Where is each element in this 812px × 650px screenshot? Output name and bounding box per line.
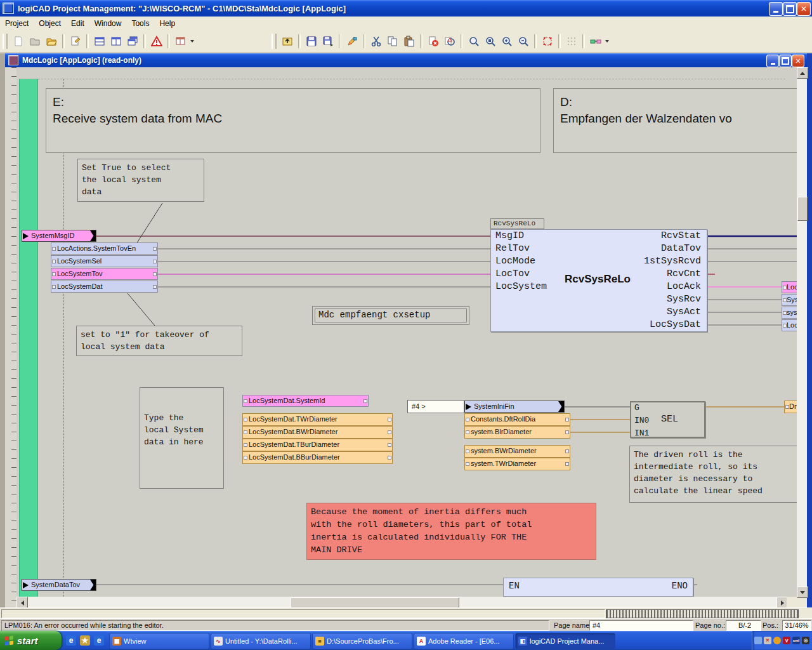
block-eno-pin: ENO	[672, 580, 688, 592]
save-icon[interactable]	[303, 33, 320, 50]
scroll-up-button[interactable]	[797, 67, 808, 79]
doc-restore-button[interactable]	[779, 55, 792, 67]
comment-inertia[interactable]: Because the moment of inertia differs mu…	[306, 503, 596, 560]
copy-icon[interactable]	[384, 33, 401, 50]
horizontal-scroll-thumb[interactable]	[291, 597, 459, 608]
zoom-out-icon[interactable]	[515, 33, 532, 50]
tag-system-msgid[interactable]: SystemMsgID	[22, 230, 96, 242]
menu-help[interactable]: Help	[154, 17, 180, 30]
task-untitled[interactable]: ∿ Untitled - Y:\DataRolli...	[211, 633, 311, 649]
start-button[interactable]: start	[0, 631, 62, 650]
page-header-e[interactable]: E: Receive system data from MAC	[46, 88, 540, 153]
block-en-eno[interactable]: EN ENO	[503, 578, 693, 597]
page-header-d[interactable]: D: Empfangen der Walzendaten vo	[553, 88, 804, 153]
scroll-down-button[interactable]	[797, 587, 808, 598]
comment-mdc-frame[interactable]: Mdc empfaengt cxsetup	[312, 306, 469, 325]
split-horizontal-icon[interactable]	[91, 33, 108, 50]
signal-system-twrdiameter[interactable]: system.TWrDiameter	[464, 458, 570, 470]
comment-driven-roll[interactable]: The driven roll is the intermediate roll…	[629, 446, 798, 503]
task-adobe-reader[interactable]: A Adobe Reader - [E06...	[414, 633, 514, 649]
open-icon[interactable]	[27, 33, 43, 50]
doc-titlebar: MdcLogic [AppLogic] (read-only)	[5, 53, 807, 67]
datarolli-icon: ∿	[214, 637, 223, 646]
signal-locsystemdat-bwrdiameter[interactable]: LocSystemDat.BWrDiameter	[242, 426, 393, 439]
page-boundary-top	[19, 79, 785, 79]
constant-box[interactable]: #4 >	[407, 400, 464, 413]
save-as-icon[interactable]	[320, 33, 336, 50]
tag-systeminifin[interactable]: SystemIniFin	[464, 401, 565, 413]
toolbar-grip-2[interactable]	[272, 34, 277, 49]
folder-up-icon[interactable]	[279, 33, 296, 50]
task-sourceprobas[interactable]: ■ D:\SourceProBas\Fro...	[312, 633, 412, 649]
vertical-scroll-thumb[interactable]	[797, 197, 808, 221]
signal-constants-dftrolldia[interactable]: Constants.DftRollDia	[464, 413, 570, 426]
antivirus-icon[interactable]: V	[783, 637, 790, 644]
connection-mode-dropdown-icon[interactable]	[605, 40, 609, 43]
new-page-icon[interactable]	[10, 33, 27, 50]
window-select-dropdown-icon[interactable]	[190, 40, 194, 43]
logicad-app-icon	[3, 3, 14, 14]
comment-set-true[interactable]: Set True to select the local system data	[77, 159, 204, 202]
check-page-icon[interactable]	[442, 33, 458, 50]
signal-locactions-systemtoven[interactable]: LocActions.SystemTovEn	[51, 242, 158, 255]
signal-locsystemdat-tburdiameter[interactable]: LocSystemDat.TBurDiameter	[242, 439, 393, 451]
signal-locsystemdat-bburdiameter[interactable]: LocSystemDat.BBurDiameter	[242, 451, 393, 464]
quick-launch-icon[interactable]: ★	[80, 635, 90, 646]
doc-minimize-button[interactable]	[766, 55, 779, 67]
block-sel-label: SEL	[661, 413, 678, 426]
signal-system-blrdiameter[interactable]: system.BlrDiameter	[464, 426, 570, 439]
minimize-button[interactable]	[769, 2, 783, 16]
comment-set-one[interactable]: set to "1" for takeover of local system …	[76, 326, 242, 356]
network-icon[interactable]	[754, 637, 762, 644]
zoom-window-icon[interactable]	[466, 33, 482, 50]
menu-tools[interactable]: Tools	[126, 17, 154, 30]
taskbar: start e ★ e ▦ Wtview ∿ Untitled - Y:\Dat…	[0, 631, 812, 650]
signal-locsystemdat-twrdiameter[interactable]: LocSystemDat.TWrDiameter	[242, 413, 393, 426]
open-folder-icon[interactable]	[43, 33, 60, 50]
adobe-reader-icon: A	[417, 637, 426, 646]
display-icon[interactable]: ◎	[802, 637, 809, 644]
toolbar-grip[interactable]	[3, 34, 8, 49]
grid-icon[interactable]	[563, 33, 580, 50]
warning-icon[interactable]	[148, 33, 165, 50]
split-vertical-icon[interactable]	[108, 33, 124, 50]
task-wtview[interactable]: ▦ Wtview	[109, 633, 209, 649]
browser-icon[interactable]: e	[94, 635, 104, 646]
signal-locsystemdat-systemid[interactable]: LocSystemDat.SystemId	[242, 395, 369, 407]
internet-explorer-icon[interactable]: e	[66, 635, 76, 646]
page-overview-strip[interactable]	[606, 609, 799, 618]
properties-icon[interactable]	[67, 33, 84, 50]
close-button[interactable]: ✕	[797, 2, 811, 16]
vertical-scrollbar[interactable]	[797, 67, 807, 597]
folder-icon: ■	[315, 637, 324, 646]
tag-system-datatov[interactable]: SystemDataTov	[22, 579, 96, 591]
connection-mode-icon[interactable]	[587, 33, 604, 50]
signal-locsystemtov[interactable]: LocSystemTov	[51, 268, 158, 280]
cascade-windows-icon[interactable]	[124, 33, 141, 50]
restore-button[interactable]	[783, 2, 797, 16]
signal-system-bwrdiameter[interactable]: system.BWrDiameter	[464, 445, 570, 458]
zoom-selection-icon[interactable]	[482, 33, 499, 50]
edit-drawing-icon[interactable]	[344, 33, 360, 50]
cut-icon[interactable]	[368, 33, 384, 50]
zoom-in-icon[interactable]	[499, 33, 515, 50]
xml-icon[interactable]: xml	[792, 637, 800, 644]
audio-icon[interactable]	[773, 637, 781, 644]
menu-edit[interactable]: Edit	[66, 17, 89, 30]
window-select-icon[interactable]	[173, 33, 189, 50]
signal-locsystemdat[interactable]: LocSystemDat	[51, 281, 158, 293]
task-logicad[interactable]: ◧ logiCAD Project Mana...	[515, 633, 615, 649]
paste-icon[interactable]	[401, 33, 417, 50]
doc-close-button[interactable]: ✕	[792, 55, 804, 67]
error-icon[interactable]: ✕	[764, 637, 771, 644]
comment-type-here[interactable]: Type the local System data in here	[140, 387, 224, 489]
block-rcv-tab[interactable]: RcvSysReLo	[490, 218, 544, 229]
menu-object[interactable]: Object	[34, 17, 66, 30]
fit-view-icon[interactable]	[539, 33, 556, 50]
page-no-value: B/-2	[726, 620, 761, 631]
menu-project[interactable]: Project	[0, 17, 34, 30]
delete-page-icon[interactable]	[425, 33, 442, 50]
menu-window[interactable]: Window	[89, 17, 127, 30]
signal-locsystemsel[interactable]: LocSystemSel	[51, 255, 158, 267]
page-header-e-text: Receive system data from MAC	[53, 110, 540, 127]
